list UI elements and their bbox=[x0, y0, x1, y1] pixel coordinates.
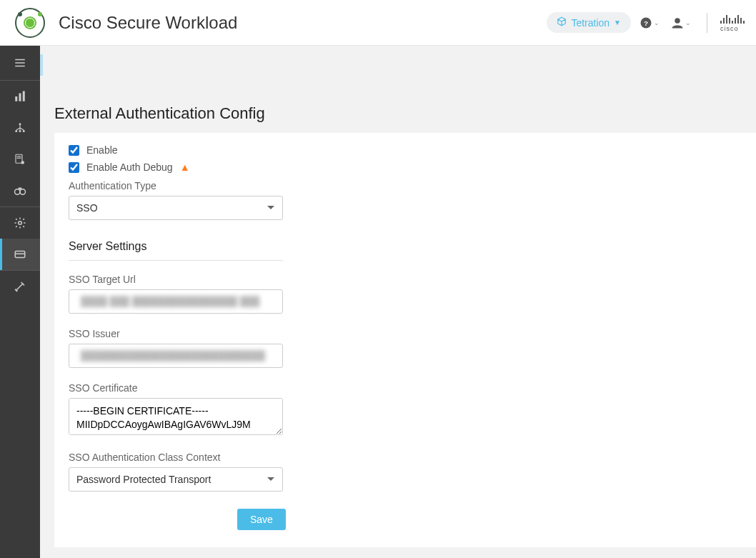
enable-debug-checkbox[interactable] bbox=[69, 162, 79, 173]
sidebar-item-settings[interactable] bbox=[0, 207, 40, 239]
svg-rect-8 bbox=[15, 96, 17, 101]
svg-rect-9 bbox=[19, 94, 21, 101]
caret-down-icon: ▼ bbox=[614, 19, 621, 26]
sso-cert-label: SSO Certificate bbox=[69, 382, 742, 394]
sidebar-item-dashboard[interactable] bbox=[0, 81, 40, 112]
topology-icon bbox=[14, 121, 26, 134]
sidebar-item-search[interactable] bbox=[0, 175, 40, 206]
enable-debug-label[interactable]: Enable Auth Debug bbox=[86, 161, 173, 173]
svg-rect-16 bbox=[17, 156, 21, 157]
auth-config-form: Enable Enable Auth Debug ▲ Authenticatio… bbox=[54, 133, 756, 547]
card-icon bbox=[14, 248, 26, 261]
sidebar-item-platform[interactable] bbox=[0, 239, 40, 270]
user-menu[interactable]: ⌄ bbox=[668, 14, 694, 32]
sidebar-item-inventory[interactable] bbox=[0, 144, 40, 175]
sso-cert-textarea[interactable] bbox=[69, 398, 283, 435]
hamburger-icon bbox=[14, 56, 26, 69]
tools-icon bbox=[14, 280, 26, 293]
sso-auth-class-select[interactable]: Password Protected Transport bbox=[69, 467, 283, 492]
content-area: External Authentication Config Enable En… bbox=[40, 46, 756, 558]
cube-icon bbox=[557, 16, 567, 29]
help-icon: ? bbox=[640, 16, 652, 29]
svg-point-19 bbox=[15, 189, 21, 195]
sso-target-input[interactable]: ████ ███ ████████████████ ███ bbox=[69, 289, 283, 314]
svg-point-13 bbox=[19, 130, 21, 132]
sso-target-label: SSO Target Url bbox=[69, 274, 742, 285]
gear-icon bbox=[14, 216, 26, 229]
sidebar-item-tools[interactable] bbox=[0, 271, 40, 302]
svg-point-18 bbox=[21, 161, 25, 164]
svg-point-22 bbox=[19, 221, 22, 225]
svg-point-7 bbox=[675, 18, 680, 24]
sidebar-toggle[interactable] bbox=[0, 46, 40, 80]
enable-checkbox[interactable] bbox=[69, 145, 79, 156]
app-logo bbox=[14, 7, 46, 39]
caret-down-icon: ⌄ bbox=[685, 19, 691, 26]
enable-label[interactable]: Enable bbox=[86, 144, 118, 156]
auth-type-select[interactable]: SSO bbox=[69, 196, 283, 220]
warning-icon: ▲ bbox=[180, 161, 190, 173]
svg-rect-15 bbox=[16, 154, 22, 163]
sso-issuer-input[interactable]: ████████████████████████████ bbox=[69, 344, 283, 368]
divider bbox=[707, 13, 707, 33]
binoculars-icon bbox=[14, 184, 26, 197]
sidebar-item-topology[interactable] bbox=[0, 112, 40, 144]
svg-rect-10 bbox=[23, 91, 25, 101]
svg-rect-17 bbox=[17, 158, 21, 159]
caret-down-icon: ⌄ bbox=[654, 19, 660, 26]
divider bbox=[69, 260, 283, 261]
tenant-label: Tetration bbox=[571, 17, 610, 29]
sso-auth-class-label: SSO Authentication Class Context bbox=[69, 452, 742, 463]
accent-bar bbox=[40, 54, 43, 76]
svg-point-3 bbox=[18, 12, 22, 16]
app-header: Cisco Secure Workload Tetration ▼ ? ⌄ ⌄ … bbox=[0, 0, 756, 46]
sidebar-nav bbox=[0, 46, 40, 558]
bar-chart-icon bbox=[14, 90, 26, 103]
help-menu[interactable]: ? ⌄ bbox=[637, 14, 662, 32]
user-icon bbox=[671, 16, 684, 29]
page-title: External Authentication Config bbox=[40, 76, 756, 133]
svg-rect-21 bbox=[19, 188, 22, 190]
svg-text:?: ? bbox=[644, 19, 648, 26]
sso-issuer-label: SSO Issuer bbox=[69, 328, 742, 339]
save-button[interactable]: Save bbox=[237, 509, 286, 530]
auth-type-label: Authentication Type bbox=[69, 180, 742, 191]
svg-point-4 bbox=[38, 12, 42, 16]
svg-point-12 bbox=[15, 130, 17, 132]
svg-point-11 bbox=[19, 123, 21, 125]
app-title: Cisco Secure Workload bbox=[59, 13, 237, 33]
svg-point-14 bbox=[23, 130, 25, 132]
server-icon bbox=[14, 153, 26, 166]
cisco-logo: cisco bbox=[720, 14, 745, 32]
tenant-selector[interactable]: Tetration ▼ bbox=[547, 12, 631, 33]
svg-rect-24 bbox=[15, 254, 25, 255]
svg-point-20 bbox=[20, 189, 26, 195]
server-settings-title: Server Settings bbox=[69, 240, 742, 253]
